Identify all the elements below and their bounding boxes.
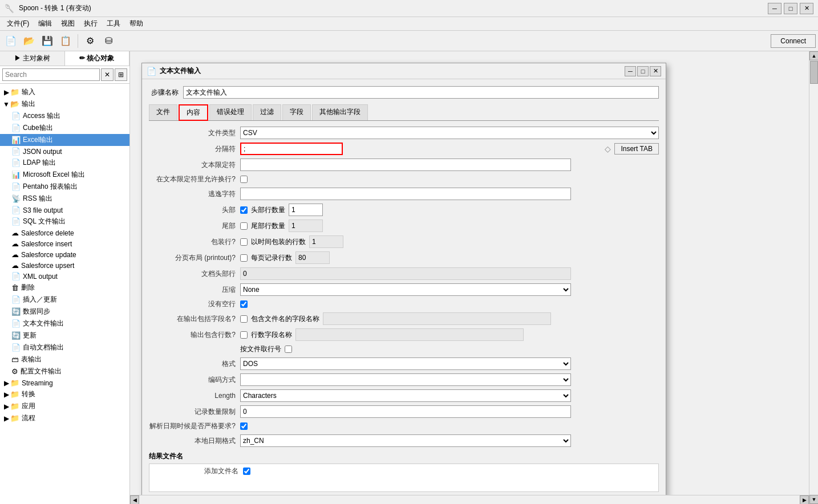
row-limit-input[interactable] xyxy=(240,405,571,418)
tab-other-output[interactable]: 其他输出字段 xyxy=(312,104,368,120)
tab-file[interactable]: 文件 xyxy=(149,104,177,120)
dialog-minimize-button[interactable]: ─ xyxy=(625,66,636,76)
tree-expand-input[interactable]: ▶ xyxy=(2,88,10,96)
tab-core-objects[interactable]: ✏ 核心对象 xyxy=(65,51,130,66)
encoding-select[interactable] xyxy=(240,373,571,386)
menu-view[interactable]: 视图 xyxy=(56,18,79,30)
tree-item-config-output[interactable]: ⚙ 配置文件输出 xyxy=(0,365,129,377)
locale-select[interactable]: zh_CN en_US xyxy=(240,434,571,447)
tree-item-excel-output[interactable]: 📊 Excel输出 xyxy=(0,134,129,146)
tree-item-transform[interactable]: ▶ 📁 转换 xyxy=(0,388,129,400)
menu-execute[interactable]: 执行 xyxy=(79,18,102,30)
menu-tools[interactable]: 工具 xyxy=(102,18,125,30)
settings-button[interactable]: ⚙ xyxy=(82,33,99,49)
rownumber-field-input[interactable] xyxy=(295,328,524,341)
search-expand-button[interactable]: ⊞ xyxy=(115,68,127,81)
tree-item-auto-doc[interactable]: 📄 自动文档输出 xyxy=(0,342,129,353)
tree-item-input[interactable]: ▶ 📁 输入 xyxy=(0,86,129,98)
tree-item-table-output[interactable]: 🗃 表输出 xyxy=(0,353,129,365)
tree-item-sql-output[interactable]: 📄 SQL 文件输出 xyxy=(0,216,129,227)
tree-expand-output[interactable]: ▼ xyxy=(2,100,10,108)
hscroll-left-button[interactable]: ◀ xyxy=(130,495,139,504)
per-page-input[interactable] xyxy=(295,251,330,264)
scroll-thumb[interactable] xyxy=(810,61,818,84)
save-button[interactable]: 💾 xyxy=(39,33,56,49)
tree-expand-streaming[interactable]: ▶ xyxy=(2,379,10,387)
header-checkbox[interactable] xyxy=(240,206,248,214)
file-type-select[interactable]: CSV Fixed xyxy=(240,127,659,139)
footer-row-count-input[interactable] xyxy=(289,220,323,232)
escape-char-input[interactable] xyxy=(240,188,571,200)
open-button[interactable]: 📂 xyxy=(21,33,38,49)
tree-item-sf-insert[interactable]: ☁ Salesforce insert xyxy=(0,238,129,249)
tree-item-rss-output[interactable]: 📡 RSS 输出 xyxy=(0,193,129,205)
tree-item-s3-output[interactable]: 📄 S3 file output xyxy=(0,205,129,216)
header-row-count-input[interactable] xyxy=(289,204,323,216)
maximize-button[interactable]: □ xyxy=(784,3,797,14)
tree-item-streaming[interactable]: ▶ 📁 Streaming xyxy=(0,377,129,388)
saveas-button[interactable]: 📋 xyxy=(57,33,74,49)
tree-item-msexcel-output[interactable]: 📊 Microsoft Excel 输出 xyxy=(0,169,129,181)
layers-button[interactable]: ⛁ xyxy=(100,33,117,49)
tab-error-handling[interactable]: 错误处理 xyxy=(209,104,252,120)
scroll-up-button[interactable]: ▲ xyxy=(809,51,818,60)
separator-input[interactable] xyxy=(240,143,343,155)
tree-expand-flow[interactable]: ▶ xyxy=(2,414,10,422)
tree-item-update[interactable]: 🔄 更新 xyxy=(0,330,129,342)
tree-item-output[interactable]: ▼ 📂 输出 xyxy=(0,98,129,110)
tree-expand-transform[interactable]: ▶ xyxy=(2,391,10,399)
minimize-button[interactable]: ─ xyxy=(768,3,781,14)
dialog-close-button[interactable]: ✕ xyxy=(650,66,661,76)
scroll-down-button[interactable]: ▼ xyxy=(809,495,818,504)
insert-tab-button[interactable]: Insert TAB xyxy=(614,143,659,155)
allow-breaks-checkbox[interactable] xyxy=(240,176,248,183)
tree-expand-apply[interactable]: ▶ xyxy=(2,403,10,410)
close-button[interactable]: ✕ xyxy=(800,3,813,14)
tree-item-json-output[interactable]: 📄 JSON output xyxy=(0,146,129,157)
by-file-checkbox[interactable] xyxy=(285,346,292,353)
text-qualifier-input[interactable] xyxy=(240,158,571,171)
wrap-checkbox[interactable] xyxy=(240,238,248,246)
no-empty-checkbox[interactable] xyxy=(240,300,248,308)
date-strict-checkbox[interactable] xyxy=(240,422,248,430)
tree-item-flow[interactable]: ▶ 📁 流程 xyxy=(0,412,129,424)
compression-select[interactable]: None ZIP GZIP xyxy=(240,283,571,296)
format-select[interactable]: DOS Unix CR xyxy=(240,357,571,370)
pagination-checkbox[interactable] xyxy=(240,254,248,262)
tree-item-sf-delete[interactable]: ☁ Salesforce delete xyxy=(0,227,129,238)
tree-item-insert-update[interactable]: 📄 插入／更新 xyxy=(0,294,129,306)
length-select[interactable]: Characters Bytes xyxy=(240,389,571,402)
wrap-time-input[interactable] xyxy=(309,235,343,248)
search-input[interactable] xyxy=(2,68,100,81)
tree-item-sf-update[interactable]: ☁ Salesforce update xyxy=(0,249,129,260)
tree-item-data-sync[interactable]: 🔄 数据同步 xyxy=(0,306,129,318)
tree-item-delete[interactable]: 🗑 删除 xyxy=(0,282,129,294)
doc-header-input[interactable] xyxy=(240,267,571,280)
tree-item-sf-upsert[interactable]: ☁ Salesforce upsert xyxy=(0,260,129,271)
tree-item-text-file-output[interactable]: 📄 文本文件输出 xyxy=(0,318,129,330)
tree-item-ldap-output[interactable]: 📄 LDAP 输出 xyxy=(0,157,129,169)
tree-item-access-output[interactable]: 📄 Access 输出 xyxy=(0,110,129,122)
include-rownumber-checkbox[interactable] xyxy=(240,331,248,339)
hscroll-right-button[interactable]: ▶ xyxy=(800,495,809,504)
tree-item-xml-output[interactable]: 📄 XML output xyxy=(0,271,129,282)
menu-help[interactable]: 帮助 xyxy=(125,18,148,30)
dialog-maximize-button[interactable]: □ xyxy=(637,66,649,76)
search-clear-button[interactable]: ✕ xyxy=(101,68,114,81)
tab-main-objects[interactable]: ▶ 主对象树 xyxy=(0,51,65,66)
step-name-input[interactable] xyxy=(183,86,659,99)
connect-button[interactable]: Connect xyxy=(771,34,816,48)
tree-item-apply[interactable]: ▶ 📁 应用 xyxy=(0,400,129,412)
tree-item-cube-output[interactable]: 📄 Cube输出 xyxy=(0,122,129,134)
include-filename-checkbox[interactable] xyxy=(240,315,248,323)
tab-filter[interactable]: 过滤 xyxy=(253,104,281,120)
tree-item-pentaho-report[interactable]: 📄 Pentaho 报表输出 xyxy=(0,181,129,193)
filename-field-input[interactable] xyxy=(323,312,551,325)
menu-edit[interactable]: 编辑 xyxy=(34,18,56,30)
menu-file[interactable]: 文件(F) xyxy=(2,18,34,30)
add-filename-checkbox[interactable] xyxy=(243,468,250,475)
footer-checkbox[interactable] xyxy=(240,222,248,230)
tab-content[interactable]: 内容 xyxy=(179,104,208,121)
new-button[interactable]: 📄 xyxy=(2,33,19,49)
tab-fields[interactable]: 字段 xyxy=(282,104,311,120)
